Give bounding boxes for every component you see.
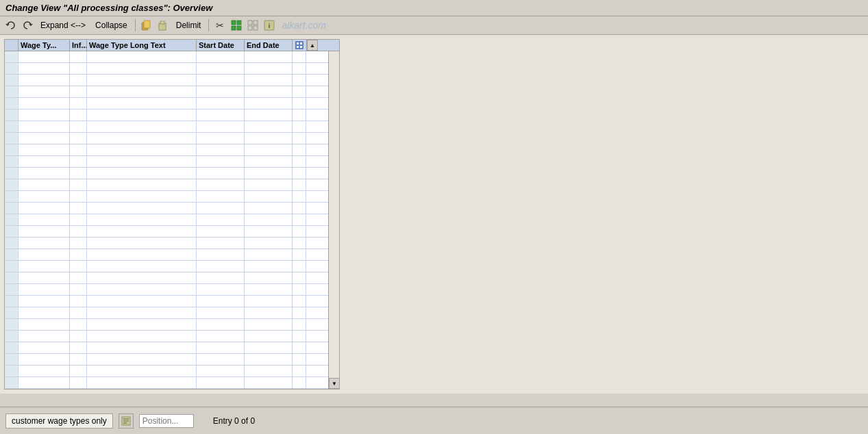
table-cell[interactable]	[87, 272, 197, 283]
table-row[interactable]	[5, 319, 328, 331]
table-cell[interactable]	[70, 133, 87, 144]
scroll-up-btn[interactable]: ▲	[307, 40, 318, 51]
table-cell[interactable]	[18, 377, 70, 388]
table-cell[interactable]	[18, 98, 70, 109]
table-cell[interactable]	[70, 307, 87, 318]
table-row[interactable]	[5, 284, 328, 296]
table-cell[interactable]	[18, 226, 70, 237]
table-row[interactable]	[5, 51, 328, 63]
table-row[interactable]	[5, 133, 328, 144]
table-cell[interactable]	[18, 203, 70, 214]
table-cell[interactable]	[70, 214, 87, 225]
table-cell[interactable]	[70, 51, 87, 62]
table-cell[interactable]	[197, 342, 245, 353]
table-cell[interactable]	[70, 156, 87, 167]
table-row[interactable]	[5, 272, 328, 284]
table-cell[interactable]	[197, 98, 245, 109]
table-cell[interactable]	[197, 354, 245, 365]
table-cell[interactable]	[18, 214, 70, 225]
table-cell[interactable]	[87, 144, 197, 155]
table-cell[interactable]	[70, 168, 87, 179]
table-cell[interactable]	[245, 110, 293, 120]
table-row[interactable]	[5, 156, 328, 168]
table-row[interactable]	[5, 144, 328, 156]
scrollbar[interactable]: ▼	[328, 51, 339, 389]
table-cell[interactable]	[245, 63, 293, 74]
table-cell[interactable]	[70, 75, 87, 86]
table-row[interactable]	[5, 366, 328, 377]
scissors-icon[interactable]: ✂	[213, 18, 227, 32]
table-cell[interactable]	[70, 63, 87, 74]
table-cell[interactable]	[18, 51, 70, 62]
table-cell[interactable]	[87, 121, 197, 132]
table-cell[interactable]	[87, 156, 197, 167]
table-cell[interactable]	[18, 168, 70, 179]
table-cell[interactable]	[87, 179, 197, 190]
table-cell[interactable]	[245, 307, 293, 318]
table-cell[interactable]	[18, 261, 70, 272]
table-cell[interactable]	[197, 168, 245, 179]
table-cell[interactable]	[87, 284, 197, 295]
table-cell[interactable]	[245, 203, 293, 214]
table-row[interactable]	[5, 203, 328, 214]
table-cell[interactable]	[197, 110, 245, 120]
table-cell[interactable]	[87, 354, 197, 365]
select-all-icon[interactable]	[230, 18, 243, 32]
table-cell[interactable]	[87, 261, 197, 272]
table-cell[interactable]	[197, 272, 245, 283]
table-cell[interactable]	[18, 296, 70, 307]
table-cell[interactable]	[245, 272, 293, 283]
table-cell[interactable]	[70, 249, 87, 260]
table-cell[interactable]	[87, 191, 197, 202]
table-cell[interactable]	[245, 319, 293, 330]
delimit-button[interactable]: Delimit	[173, 19, 205, 31]
table-cell[interactable]	[245, 342, 293, 353]
table-cell[interactable]	[18, 63, 70, 74]
table-cell[interactable]	[197, 86, 245, 97]
table-cell[interactable]	[245, 51, 293, 62]
table-cell[interactable]	[87, 214, 197, 225]
table-cell[interactable]	[70, 203, 87, 214]
table-cell[interactable]	[87, 133, 197, 144]
table-cell[interactable]	[70, 284, 87, 295]
table-cell[interactable]	[18, 354, 70, 365]
expand-button[interactable]: Expand <-->	[37, 19, 89, 31]
deselect-icon[interactable]	[246, 18, 260, 32]
paste-icon[interactable]	[156, 18, 170, 32]
table-row[interactable]	[5, 179, 328, 191]
table-cell[interactable]	[245, 75, 293, 86]
table-cell[interactable]	[87, 319, 197, 330]
table-row[interactable]	[5, 238, 328, 249]
table-cell[interactable]	[197, 331, 245, 342]
scroll-down-btn[interactable]: ▼	[329, 378, 339, 389]
table-cell[interactable]	[70, 191, 87, 202]
table-cell[interactable]	[87, 296, 197, 307]
table-cell[interactable]	[245, 354, 293, 365]
table-cell[interactable]	[18, 272, 70, 283]
table-cell[interactable]	[87, 366, 197, 376]
table-row[interactable]	[5, 307, 328, 319]
table-cell[interactable]	[70, 354, 87, 365]
undo-icon[interactable]	[4, 18, 18, 32]
table-cell[interactable]	[87, 331, 197, 342]
table-cell[interactable]	[18, 110, 70, 120]
col-header-settings[interactable]	[293, 40, 306, 51]
table-cell[interactable]	[197, 156, 245, 167]
table-cell[interactable]	[87, 63, 197, 74]
table-cell[interactable]	[87, 75, 197, 86]
table-cell[interactable]	[70, 342, 87, 353]
table-cell[interactable]	[18, 319, 70, 330]
table-cell[interactable]	[245, 179, 293, 190]
table-cell[interactable]	[87, 203, 197, 214]
copy-icon[interactable]	[140, 18, 153, 32]
table-cell[interactable]	[197, 121, 245, 132]
customer-wage-button[interactable]: customer wage types only	[5, 413, 113, 429]
table-cell[interactable]	[18, 191, 70, 202]
table-row[interactable]	[5, 226, 328, 238]
table-cell[interactable]	[245, 168, 293, 179]
table-row[interactable]	[5, 63, 328, 75]
table-cell[interactable]	[70, 98, 87, 109]
table-cell[interactable]	[87, 110, 197, 120]
table-row[interactable]	[5, 342, 328, 354]
table-cell[interactable]	[197, 307, 245, 318]
